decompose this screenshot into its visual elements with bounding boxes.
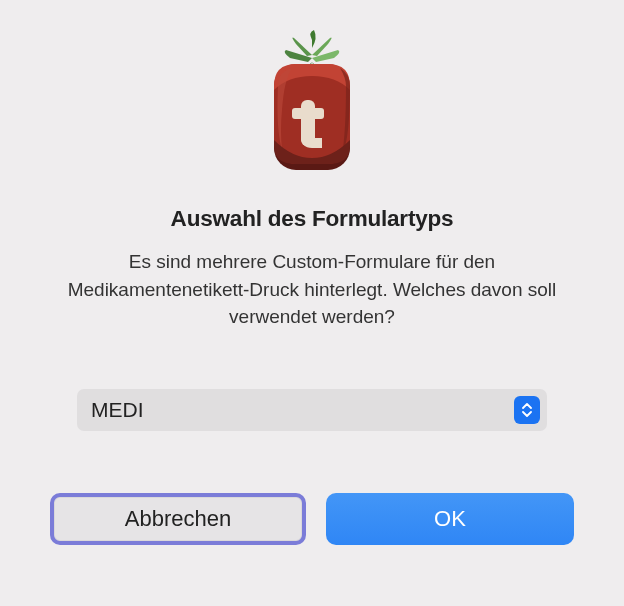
cancel-button[interactable]: Abbrechen — [50, 493, 306, 545]
button-row: Abbrechen OK — [50, 493, 574, 545]
app-icon — [252, 30, 372, 180]
select-value: MEDI — [91, 398, 144, 422]
dialog-title: Auswahl des Formulartyps — [171, 206, 454, 232]
form-type-select[interactable]: MEDI — [77, 389, 547, 431]
ok-button[interactable]: OK — [326, 493, 574, 545]
dialog-description: Es sind mehrere Custom-Formulare für den… — [52, 248, 572, 331]
svg-rect-3 — [292, 108, 324, 119]
chevron-updown-icon — [514, 396, 540, 424]
